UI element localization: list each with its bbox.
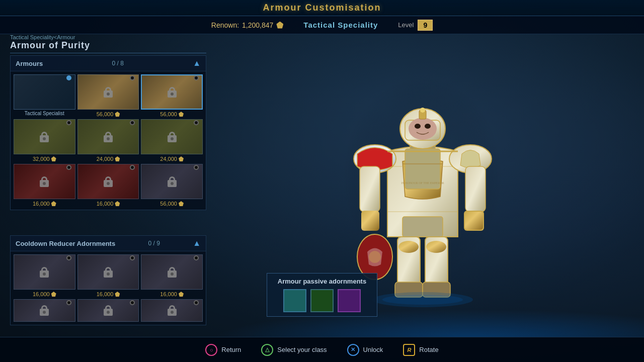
currency-icon — [179, 201, 184, 206]
item-select-dot — [66, 255, 71, 260]
unlock-button[interactable]: ✕ — [347, 344, 359, 356]
lock-icon — [104, 87, 113, 98]
lock-icon — [168, 132, 177, 142]
item-select-dot — [194, 75, 199, 80]
passive-swatch-green[interactable] — [310, 289, 334, 312]
adornments-collapse-arrow[interactable]: ▲ — [193, 239, 201, 248]
header-bar: Armour Customisation — [0, 0, 644, 16]
lock-icon — [40, 305, 49, 316]
select-class-label: Select your class — [277, 346, 327, 353]
armours-collapse-arrow[interactable]: ▲ — [193, 59, 201, 68]
return-button[interactable]: ○ — [205, 344, 217, 356]
select-class-button[interactable]: △ — [261, 344, 273, 356]
list-item[interactable]: 16,000 — [77, 164, 139, 207]
item-price: 56,000 — [160, 111, 184, 117]
lock-icon — [168, 305, 177, 316]
list-item[interactable]: 16,000 — [77, 254, 139, 297]
currency-icon — [179, 292, 184, 297]
lock-icon — [104, 132, 113, 142]
list-item[interactable]: 16,000 — [14, 254, 75, 297]
list-item[interactable]: 56,000 — [141, 74, 203, 117]
item-price: 56,000 — [160, 201, 184, 207]
svg-text:IN HONOUR OF THE EMPEROR: IN HONOUR OF THE EMPEROR — [401, 182, 444, 185]
return-control: ○ Return — [205, 344, 241, 356]
item-price: 16,000 — [160, 291, 184, 297]
lock-icon — [168, 267, 177, 278]
list-item[interactable]: 56,000 — [77, 74, 139, 117]
adornments-header: Cooldown Reducer Adornments 0 / 9 ▲ — [11, 236, 206, 251]
item-price: 16,000 — [33, 291, 56, 297]
armours-header: Armours 0 / 8 ▲ — [11, 56, 206, 71]
armour-section-title: Armour of Purity — [10, 40, 206, 53]
item-price: 24,000 — [160, 156, 184, 162]
item-select-dot — [194, 165, 199, 170]
renown-value: 1,200,847 — [242, 21, 273, 29]
item-select-dot — [194, 120, 199, 125]
lock-icon — [40, 132, 49, 142]
select-class-control: △ Select your class — [261, 344, 327, 356]
svg-rect-12 — [361, 211, 379, 231]
renown-icon — [276, 22, 283, 29]
item-thumbnail — [141, 74, 203, 110]
currency-icon — [179, 156, 184, 161]
currency-icon — [115, 201, 120, 206]
controls-bar: ○ Return △ Select your class ✕ Unlock R … — [0, 337, 644, 362]
svg-rect-16 — [465, 212, 483, 230]
currency-icon — [115, 156, 120, 161]
list-item[interactable]: 16,000 — [14, 164, 75, 207]
item-select-dot — [66, 120, 71, 125]
return-label: Return — [221, 346, 241, 353]
unlock-label: Unlock — [363, 346, 383, 353]
passive-label: Armour passive adornments — [278, 278, 366, 285]
svg-rect-11 — [360, 166, 380, 212]
renown-bar: Renown: 1,200,847 Tactical Speciality Le… — [0, 16, 644, 34]
svg-point-30 — [382, 295, 463, 305]
level-number: 9 — [418, 20, 433, 31]
list-item[interactable]: Tactical Specialist — [14, 74, 75, 117]
item-select-dot — [194, 255, 199, 260]
passive-adornments-bar: Armour passive adornments — [267, 273, 377, 317]
level-label: Level — [398, 21, 414, 29]
item-thumbnail — [141, 164, 203, 199]
list-item[interactable] — [77, 299, 139, 322]
item-price: 32,000 — [33, 156, 56, 162]
lock-icon — [40, 176, 49, 187]
svg-rect-14 — [465, 166, 486, 212]
item-select-dot — [194, 300, 199, 305]
svg-point-3 — [398, 241, 419, 253]
item-thumbnail — [14, 254, 75, 290]
rotate-button[interactable]: R — [403, 344, 415, 356]
list-item[interactable] — [141, 299, 203, 322]
svg-point-26 — [369, 251, 381, 263]
armours-grid: Tactical Specialist 56,000 — [11, 71, 206, 210]
list-item[interactable]: 56,000 — [141, 164, 203, 207]
currency-icon — [115, 292, 120, 297]
passive-swatch-purple[interactable] — [338, 289, 361, 312]
adornments-label: Cooldown Reducer Adornments — [16, 240, 115, 247]
svg-point-24 — [420, 108, 425, 113]
item-price: 16,000 — [33, 201, 56, 207]
lock-icon — [168, 87, 177, 98]
list-item[interactable]: 24,000 — [141, 119, 203, 162]
list-item[interactable]: 24,000 — [77, 119, 139, 162]
adornments-grid: 16,000 16,000 — [11, 251, 206, 325]
armours-section: Armours 0 / 8 ▲ Tactical Specialist 56,0… — [10, 55, 206, 210]
item-price: 56,000 — [97, 111, 120, 117]
item-thumbnail — [141, 119, 203, 154]
renown-info: Renown: 1,200,847 — [211, 21, 284, 29]
adornments-count: 0 / 9 — [148, 240, 159, 247]
lock-icon — [168, 176, 177, 187]
lock-icon — [40, 267, 49, 278]
list-item[interactable] — [14, 299, 75, 322]
list-item[interactable]: 16,000 — [141, 254, 203, 297]
item-thumbnail — [77, 74, 139, 110]
page-title: Armour Customisation — [263, 3, 381, 13]
level-badge: Level 9 — [398, 20, 433, 31]
passive-swatch-teal[interactable] — [283, 289, 306, 312]
currency-icon — [115, 112, 120, 117]
list-item[interactable]: 32,000 — [14, 119, 75, 162]
svg-point-22 — [425, 124, 431, 129]
passive-swatches — [283, 289, 361, 312]
currency-icon — [51, 156, 56, 161]
item-price: 16,000 — [97, 201, 120, 207]
